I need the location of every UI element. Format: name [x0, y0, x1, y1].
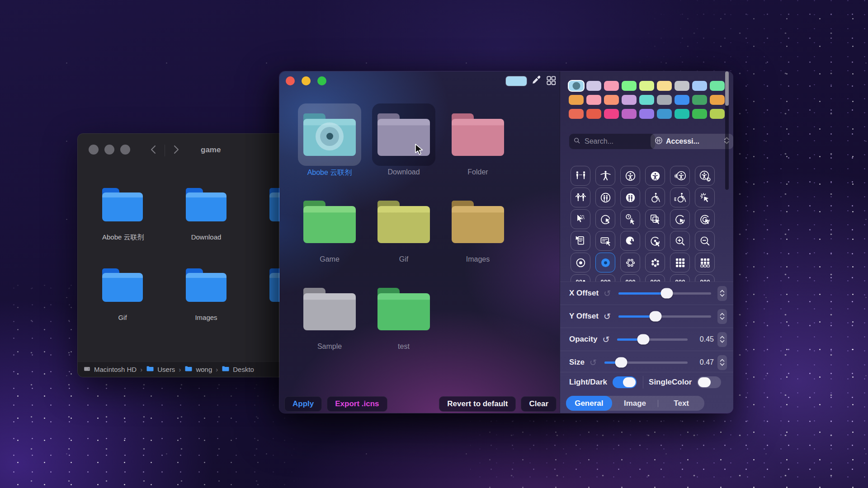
slider-track[interactable]	[604, 361, 688, 364]
palette-swatch[interactable]	[586, 95, 601, 105]
palette-swatch[interactable]	[692, 95, 707, 105]
textbox-cursor-icon[interactable]	[595, 231, 615, 251]
cursor-motion-lines-icon[interactable]	[571, 209, 590, 229]
scrollbar-thumb[interactable]	[725, 71, 729, 106]
palette-swatch[interactable]	[622, 95, 637, 105]
wheelchair-motion-icon[interactable]	[670, 188, 690, 207]
document-cursor-icon[interactable]	[571, 231, 590, 251]
slider-track[interactable]	[617, 338, 688, 341]
palette-swatch[interactable]	[639, 109, 654, 119]
stepper-control[interactable]	[717, 309, 727, 324]
record-dot-icon[interactable]	[571, 253, 590, 272]
app-folder-item[interactable]: Gif	[372, 191, 435, 266]
rotate-cursor-icon[interactable]	[595, 209, 615, 229]
folder-tile[interactable]	[298, 278, 361, 340]
current-color-swatch[interactable]	[506, 76, 527, 86]
stepper-control[interactable]	[717, 355, 727, 370]
zoom-in-icon[interactable]	[670, 231, 690, 251]
reset-icon[interactable]: ↺	[588, 357, 598, 368]
slider-thumb[interactable]	[660, 288, 673, 299]
path-item[interactable]: Deskto	[222, 365, 254, 374]
reset-icon[interactable]: ↺	[601, 334, 611, 345]
finder-folder-item[interactable]: Abobe 云联剂	[102, 188, 143, 247]
palette-swatch[interactable]	[569, 109, 584, 119]
figure-two-circle-filled-icon[interactable]	[620, 188, 640, 207]
palette-swatch[interactable]	[569, 95, 584, 105]
palette-swatch[interactable]	[657, 109, 672, 119]
eyedropper-icon[interactable]	[530, 75, 542, 88]
app-folder-item[interactable]: Images	[446, 191, 509, 266]
figure-two-distance-icon[interactable]	[571, 166, 590, 186]
app-folder-item[interactable]: test	[372, 278, 435, 353]
circle-cursor-icon[interactable]	[670, 209, 690, 229]
slider-track[interactable]	[618, 315, 711, 318]
palette-swatch[interactable]	[586, 109, 601, 119]
dots-ring-icon[interactable]	[620, 253, 640, 272]
tab-text[interactable]: Text	[658, 396, 704, 411]
accessibility-circle-filled-icon[interactable]	[645, 166, 665, 186]
export-icns-button[interactable]: Export .icns	[327, 396, 387, 412]
revert-to-default-button[interactable]: Revert to default	[439, 396, 516, 412]
folder-tile[interactable]	[446, 103, 509, 166]
tab-general[interactable]: General	[566, 396, 612, 411]
grid-nine-alt-icon[interactable]	[695, 253, 715, 272]
figure-two-circle-icon[interactable]	[595, 188, 615, 207]
palette-swatch[interactable]	[692, 81, 707, 91]
palette-swatch[interactable]	[710, 109, 725, 119]
dots-row-icon[interactable]	[620, 274, 640, 282]
clock-cursor-icon[interactable]	[620, 209, 640, 229]
record-dot-selected-icon[interactable]	[595, 253, 615, 272]
folder-tile[interactable]	[372, 278, 435, 340]
palette-swatch[interactable]	[622, 109, 637, 119]
icon-customizer-window[interactable]: Abobe 云联剂DownloadFolderGameGifImagesSamp…	[279, 71, 733, 413]
palette-swatch[interactable]	[622, 81, 637, 91]
folder-tile[interactable]	[298, 191, 361, 253]
accessibility-voice-icon[interactable]	[670, 166, 690, 186]
palette-swatch[interactable]	[639, 81, 654, 91]
finder-folder-item[interactable]: Gif	[102, 268, 143, 327]
reset-icon[interactable]: ↺	[602, 311, 612, 322]
view-grid-icon[interactable]	[545, 75, 557, 88]
tap-hand-circle-icon[interactable]	[620, 231, 640, 251]
app-folder-item[interactable]: Abobe 云联剂	[298, 103, 361, 178]
dots-row-icon[interactable]	[645, 274, 665, 282]
palette-swatch[interactable]	[710, 81, 725, 91]
folder-tile[interactable]	[446, 191, 509, 253]
app-folder-item[interactable]: Folder	[446, 103, 509, 178]
palette-swatch[interactable]	[604, 95, 619, 105]
finder-folder-item[interactable]: Images	[186, 268, 226, 327]
scrollbar-track[interactable]	[725, 105, 729, 190]
finder-window[interactable]: game Abobe 云联剂DownloadFGifImagesS Macint…	[77, 133, 291, 377]
circle-cursor-double-icon[interactable]	[695, 209, 715, 229]
accessibility-arrow-icon[interactable]	[695, 166, 715, 186]
target-cursor-icon[interactable]	[645, 231, 665, 251]
cursor-click-rays-icon[interactable]	[695, 188, 715, 207]
palette-swatch[interactable]	[604, 81, 619, 91]
reset-icon[interactable]: ↺	[602, 288, 612, 299]
search-input[interactable]	[584, 137, 635, 146]
minimize-button[interactable]	[302, 76, 311, 85]
minimize-button[interactable]	[104, 145, 114, 155]
forward-chevron-icon[interactable]	[172, 144, 180, 157]
dots-row-a-icon[interactable]	[571, 274, 590, 282]
app-folder-item[interactable]: Game	[298, 191, 361, 266]
slider-track[interactable]	[618, 292, 711, 295]
dots-ring-filled-icon[interactable]	[645, 253, 665, 272]
toggle-light-dark[interactable]	[613, 376, 637, 388]
palette-swatch[interactable]	[569, 81, 584, 91]
palette-swatch[interactable]	[675, 81, 689, 91]
grid-nine-icon[interactable]	[670, 253, 690, 272]
path-item[interactable]: Macintosh HD	[83, 365, 137, 374]
figure-two-arms-raised-icon[interactable]	[571, 188, 590, 207]
figure-arms-open-icon[interactable]	[595, 166, 615, 186]
apply-button[interactable]: Apply	[284, 396, 322, 412]
zoom-button[interactable]	[317, 76, 326, 85]
palette-swatch[interactable]	[657, 81, 672, 91]
finder-folder-item[interactable]: Download	[186, 188, 226, 247]
palette-swatch[interactable]	[604, 109, 619, 119]
zoom-button[interactable]	[120, 145, 130, 155]
dots-row-icon[interactable]	[595, 274, 615, 282]
clear-button[interactable]: Clear	[521, 396, 557, 412]
dots-row-icon[interactable]	[670, 274, 690, 282]
slider-thumb[interactable]	[615, 357, 627, 368]
